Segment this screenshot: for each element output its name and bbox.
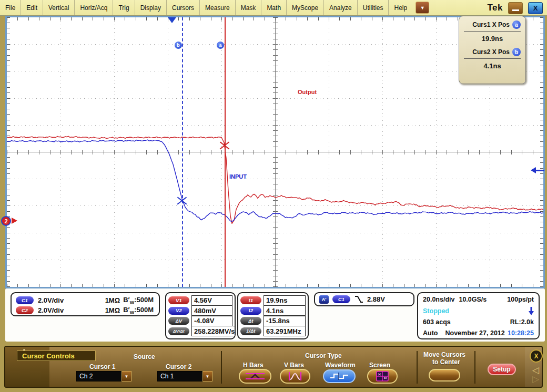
trigger-level-arrow-icon[interactable] (531, 167, 544, 173)
ch2-readout-row[interactable]: C2 2.0V/div 1MΩ B′W:500M (16, 305, 154, 315)
hbars-button[interactable] (239, 369, 271, 384)
delta-t-badge: Δt (240, 317, 261, 325)
curs2-x-pos-label: Curs2 X Pos (472, 48, 510, 56)
tek-logo: Tek (487, 3, 503, 13)
vbars-icon (285, 371, 305, 381)
menu-math[interactable]: Math (261, 0, 287, 15)
curs1-x-pos-value: 19.9ns (464, 35, 521, 43)
menu-trig[interactable]: Trig (113, 0, 135, 15)
cursor-b-badge[interactable]: b (175, 42, 182, 49)
trigger-level-value: 2.88V (367, 295, 385, 303)
menu-analyze[interactable]: Analyze (324, 0, 358, 15)
arrow-down-icon (529, 307, 534, 315)
t2-badge: t2 (240, 307, 261, 315)
menu-cursors[interactable]: Cursors (167, 0, 200, 15)
window-close-button[interactable]: X (528, 2, 543, 14)
menu-mask[interactable]: Mask (236, 0, 262, 15)
waveform-button[interactable] (323, 369, 356, 383)
record-length: RL:2.0k (510, 318, 534, 326)
menu-file[interactable]: File (0, 0, 21, 15)
dv-dt-value: 258.228MV/s (191, 326, 235, 336)
timebase-scale: 20.0ns/div (423, 296, 454, 303)
screen-cursor-icon (376, 371, 389, 381)
inv-delta-t-value: 63.291MHz (264, 326, 306, 336)
falling-edge-icon (354, 295, 363, 303)
chevron-down-icon: ▼ (420, 5, 425, 11)
cursor-type-label: Cursor Type (305, 352, 342, 359)
t2-value: 4.1ns (264, 305, 306, 316)
move-cursors-label-line2: to Center (432, 358, 460, 366)
timebase-readout-box: 20.0ns/div 10.0GS/s 100ps/pt Stopped 603… (417, 292, 540, 339)
move-cursors-label-line1: Move Cursors (423, 351, 465, 358)
hbars-icon (245, 372, 266, 381)
time-measurements-box: t1 19.9ns t2 4.1ns Δt -15.8ns 1/Δt 63.29… (237, 292, 309, 339)
menu-display[interactable]: Display (135, 0, 167, 15)
delta-t-value: -15.8ns (264, 316, 306, 326)
curs2-x-pos-value: 4.1ns (464, 62, 521, 70)
menu-myscope[interactable]: MyScope (287, 0, 324, 15)
panel-close-button[interactable]: X (530, 349, 543, 363)
divider (464, 58, 521, 59)
ch2-ground-reference-marker[interactable]: 2 (1, 216, 11, 226)
setup-button[interactable]: Setup (488, 364, 516, 375)
menu-help[interactable]: Help (389, 0, 412, 15)
delta-v-badge: ΔV (168, 317, 189, 325)
menu-vertical[interactable]: Vertical (43, 0, 75, 15)
cursor2-label: Cursor 2 (166, 363, 191, 370)
channel-readout-box: C1 2.0V/div 1MΩ B′W:500M C2 2.0V/div 1MΩ… (11, 292, 160, 316)
menu-edit[interactable]: Edit (21, 0, 43, 15)
chevron-down-icon[interactable]: ▼ (202, 371, 212, 381)
trigger-position-icon[interactable] (168, 17, 176, 23)
chevron-down-icon[interactable]: ▼ (121, 371, 131, 381)
menu-measure[interactable]: Measure (200, 0, 236, 15)
panel-prev-arrow[interactable]: ◁ (532, 366, 539, 375)
resolution: 100ps/pt (507, 296, 534, 303)
cursor-a-vline[interactable] (225, 17, 226, 287)
ch2-reference-arrow-icon (12, 218, 17, 224)
ch1-bandwidth: B′W:500M (123, 296, 154, 305)
screen-button[interactable] (367, 369, 398, 384)
cursor1-source-value: Ch 2 (76, 371, 121, 381)
ch2-impedance: 1MΩ (105, 306, 120, 314)
divider (417, 351, 418, 384)
t1-badge: t1 (240, 296, 261, 304)
cursor-a-x-marker[interactable] (219, 140, 230, 151)
inv-delta-t-badge: 1/Δt (240, 327, 261, 335)
vbars-button[interactable] (280, 369, 310, 384)
acquisition-count: 603 acqs (423, 318, 451, 326)
date-value: November 27, 2012 (445, 329, 504, 337)
screen-label: Screen (369, 362, 390, 369)
cursor-a-badge[interactable]: a (217, 42, 224, 49)
panel-title: Cursor Controls (17, 350, 96, 361)
ch2-badge: C2 (16, 306, 34, 314)
vbars-label: V Bars (284, 362, 304, 369)
voltage-measurements-box: V1 4.56V V2 480mV ΔV -4.08V ΔV/Δt 258.22… (165, 292, 236, 339)
divider (464, 31, 521, 32)
trigger-a-badge: A′ (319, 295, 329, 304)
waveform-label: Waveform (325, 362, 356, 369)
sample-rate: 10.0GS/s (459, 296, 487, 303)
cursor2-source-dropdown[interactable]: Ch 1 ▼ (157, 371, 212, 381)
waveform-cursor-icon (329, 372, 350, 381)
cursor-b-vline[interactable] (182, 17, 183, 287)
v2-value: 480mV (191, 305, 232, 316)
cursor1-source-dropdown[interactable]: Ch 2 ▼ (76, 371, 131, 381)
menu-overflow-dropdown-button[interactable]: ▼ (416, 2, 429, 14)
ch1-impedance: 1MΩ (105, 296, 120, 304)
time-value: 10:28:25 (508, 329, 534, 337)
source-label: Source (134, 353, 155, 360)
menu-horiz-acq[interactable]: Horiz/Acq (75, 0, 113, 15)
cursor-b-x-marker[interactable] (177, 195, 187, 206)
cursor2-source-value: Ch 1 (157, 371, 202, 381)
menu-utilities[interactable]: Utilities (358, 0, 389, 15)
v1-value: 4.56V (191, 295, 232, 306)
ch1-scale: 2.0V/div (38, 296, 80, 304)
dv-dt-badge: ΔV/Δt (168, 327, 189, 335)
ch2-bandwidth: B′W:500M (123, 306, 154, 315)
trigger-readout-box[interactable]: A′ C1 2.88V (314, 292, 414, 306)
ch1-readout-row[interactable]: C1 2.0V/div 1MΩ B′W:500M (16, 295, 154, 305)
move-cursors-to-center-button[interactable] (429, 369, 460, 381)
delta-v-value: -4.08V (191, 316, 232, 326)
minimize-button[interactable] (508, 2, 523, 14)
cursor-position-readout: Curs1 X Pos a 19.9ns Curs2 X Pos b 4.1ns (459, 16, 526, 84)
